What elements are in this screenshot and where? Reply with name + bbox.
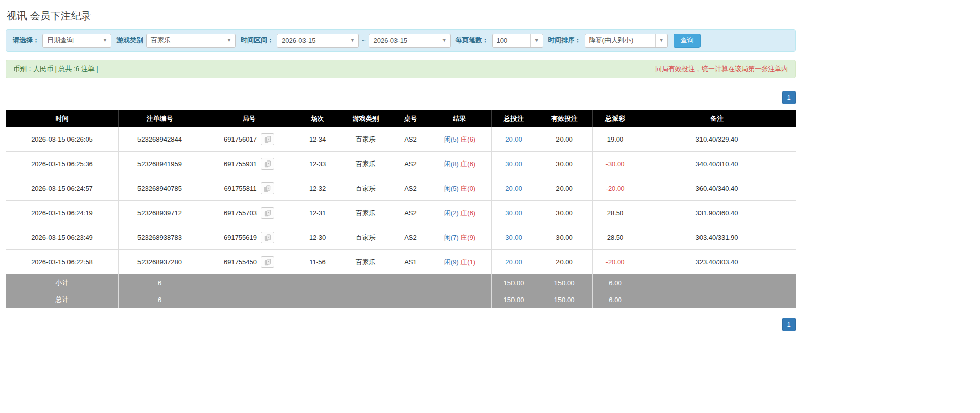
cell-bet-id: 523268941959 xyxy=(119,152,201,176)
cell-table-no: AS2 xyxy=(393,152,428,176)
view-round-result-button[interactable] xyxy=(261,256,274,268)
cell-payout: 28.50 xyxy=(593,201,638,225)
summary-bar: 币别：人民币 | 总共 :6 注单 | 同局有效投注，统一计算在该局第一张注单内 xyxy=(6,60,796,78)
column-header-time: 时间 xyxy=(6,110,119,127)
cell-table-no: AS2 xyxy=(393,127,428,152)
chevron-down-icon: ▼ xyxy=(223,34,235,47)
payout-value: -30.00 xyxy=(606,160,625,168)
page-size-dropdown[interactable]: 100 ▼ xyxy=(492,34,543,48)
cell-time: 2026-03-15 06:24:57 xyxy=(6,176,119,201)
result-banker: 庄(0) xyxy=(460,185,475,192)
cell-table-no: AS2 xyxy=(393,201,428,225)
summary-count: 6 xyxy=(119,291,201,308)
date-to-picker[interactable]: 2026-03-15 ▼ xyxy=(369,34,451,48)
result-player: 闲(8) xyxy=(444,160,459,168)
cards-icon xyxy=(264,136,271,143)
payout-value: 28.50 xyxy=(607,209,624,217)
cell-payout: 19.00 xyxy=(593,127,638,152)
cell-result: 闲(7) 庄(9) xyxy=(428,225,492,250)
select-type-label: 请选择： xyxy=(13,36,39,45)
total-bet-link[interactable]: 20.00 xyxy=(505,185,522,192)
table-row: 2026-03-15 06:23:49 523268938783 6917556… xyxy=(6,225,796,250)
result-banker: 庄(6) xyxy=(460,209,475,217)
view-round-result-button[interactable] xyxy=(261,133,274,145)
cell-result: 闲(9) 庄(1) xyxy=(428,250,492,274)
total-bet-link[interactable]: 30.00 xyxy=(505,160,522,168)
cell-game-type: 百家乐 xyxy=(338,201,393,225)
summary-count: 6 xyxy=(119,274,201,291)
page-number-button[interactable]: 1 xyxy=(782,318,796,331)
date-to-value: 2026-03-15 xyxy=(369,34,438,47)
date-range-separator: ~ xyxy=(362,37,366,44)
payout-value: 19.00 xyxy=(607,135,624,143)
cards-icon xyxy=(264,160,271,168)
search-button[interactable]: 查询 xyxy=(674,34,701,48)
cell-table-no: AS2 xyxy=(393,225,428,250)
cell-session: 12-32 xyxy=(297,176,338,201)
pagination-bottom: 1 xyxy=(6,318,796,331)
cell-total-bet: 20.00 xyxy=(492,176,536,201)
cell-bet-id: 523268942844 xyxy=(119,127,201,152)
table-row: 2026-03-15 06:22:58 523268937280 6917554… xyxy=(6,250,796,274)
cell-time: 2026-03-15 06:24:19 xyxy=(6,201,119,225)
column-header-session: 场次 xyxy=(297,110,338,127)
cell-round-id: 691755619 xyxy=(201,225,297,250)
summary-valid-bet: 150.00 xyxy=(536,291,593,308)
total-bet-link[interactable]: 30.00 xyxy=(505,234,522,241)
cell-valid-bet: 30.00 xyxy=(536,225,593,250)
column-header-game-type: 游戏类别 xyxy=(338,110,393,127)
cell-game-type: 百家乐 xyxy=(338,127,393,152)
cell-round-id: 691755811 xyxy=(201,176,297,201)
chevron-down-icon: ▼ xyxy=(438,34,450,47)
round-id-value: 691755811 xyxy=(224,185,256,192)
cell-bet-id: 523268940785 xyxy=(119,176,201,201)
cell-session: 12-34 xyxy=(297,127,338,152)
cell-game-type: 百家乐 xyxy=(338,225,393,250)
cell-table-no: AS2 xyxy=(393,176,428,201)
time-sort-label: 时间排序： xyxy=(548,36,581,45)
cell-valid-bet: 30.00 xyxy=(536,152,593,176)
time-sort-dropdown[interactable]: 降幂(由大到小) ▼ xyxy=(585,34,668,48)
round-id-value: 691755450 xyxy=(224,258,257,266)
result-banker: 庄(9) xyxy=(460,234,475,241)
summary-label: 小计 xyxy=(6,274,119,291)
chevron-down-icon: ▼ xyxy=(346,34,358,47)
table-row: 2026-03-15 06:24:57 523268940785 6917558… xyxy=(6,176,796,201)
main-container: 视讯 会员下注纪录 请选择： 日期查询 ▼ 游戏类别 百家乐 ▼ 时间区间： 2… xyxy=(6,0,796,331)
filter-bar: 请选择： 日期查询 ▼ 游戏类别 百家乐 ▼ 时间区间： 2026-03-15 … xyxy=(6,29,796,52)
summary-row: 小计 6 150.00 150.00 6.00 xyxy=(6,274,796,291)
summary-row: 总计 6 150.00 150.00 6.00 xyxy=(6,291,796,308)
cell-remark: 303.40/331.90 xyxy=(638,225,796,250)
table-row: 2026-03-15 06:24:19 523268939712 6917557… xyxy=(6,201,796,225)
page-number-button[interactable]: 1 xyxy=(782,91,796,104)
view-round-result-button[interactable] xyxy=(261,207,274,219)
column-header-remark: 备注 xyxy=(638,110,796,127)
cards-icon xyxy=(264,234,271,241)
table-header-row: 时间 注单编号 局号 场次 游戏类别 桌号 结果 总投注 有效投注 总派彩 备注 xyxy=(6,110,796,127)
cards-icon xyxy=(264,185,271,192)
summary-label: 总计 xyxy=(6,291,119,308)
cell-bet-id: 523268938783 xyxy=(119,225,201,250)
date-from-picker[interactable]: 2026-03-15 ▼ xyxy=(277,34,359,48)
total-bet-link[interactable]: 20.00 xyxy=(505,258,522,266)
chevron-down-icon: ▼ xyxy=(530,34,543,47)
game-type-dropdown[interactable]: 百家乐 ▼ xyxy=(146,34,236,48)
cell-remark: 360.40/340.40 xyxy=(638,176,796,201)
cell-total-bet: 20.00 xyxy=(492,250,536,274)
query-type-dropdown[interactable]: 日期查询 ▼ xyxy=(42,34,111,48)
payout-value: -20.00 xyxy=(606,258,625,266)
total-bet-link[interactable]: 20.00 xyxy=(505,135,522,143)
cell-session: 12-33 xyxy=(297,152,338,176)
page-size-value: 100 xyxy=(493,34,530,47)
game-type-value: 百家乐 xyxy=(147,34,223,47)
view-round-result-button[interactable] xyxy=(261,182,274,194)
summary-total-bet: 150.00 xyxy=(492,274,536,291)
cell-valid-bet: 30.00 xyxy=(536,201,593,225)
view-round-result-button[interactable] xyxy=(261,158,274,170)
total-bet-link[interactable]: 30.00 xyxy=(505,209,522,217)
chevron-down-icon: ▼ xyxy=(99,34,111,47)
view-round-result-button[interactable] xyxy=(261,232,274,243)
cards-icon xyxy=(264,210,271,217)
result-player: 闲(5) xyxy=(444,185,459,192)
cell-time: 2026-03-15 06:25:36 xyxy=(6,152,119,176)
